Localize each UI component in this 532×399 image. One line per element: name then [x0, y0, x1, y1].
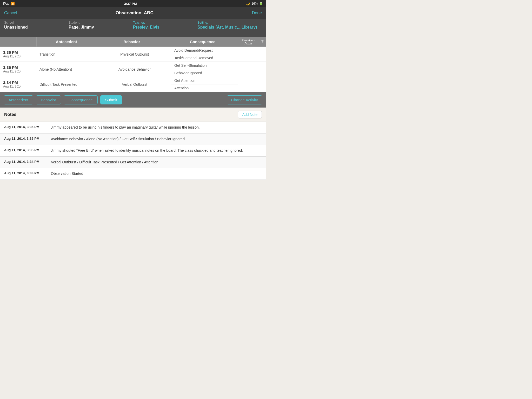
td-antecedent: Transition [36, 47, 98, 62]
note-text: Jimmy shouted "Free Bird" when asked to … [51, 148, 243, 153]
student-label: Student: [69, 21, 133, 24]
note-row: Aug 11, 2014, 3:36 PM Avoidance Behavior… [0, 134, 266, 145]
student-value: Page, Jimmy [69, 25, 133, 30]
done-button[interactable]: Done [252, 11, 262, 15]
note-row: Aug 11, 2014, 3:33 PM Observation Starte… [0, 168, 266, 180]
th-consequence: Consequence [167, 37, 238, 46]
note-date: Aug 11, 2014, 3:35 PM [4, 148, 46, 153]
setting-label: Setting: [197, 21, 262, 24]
td-behavior: Avoidance Behavior [98, 62, 171, 77]
td-antecedent: Alone (No Attention) [36, 62, 98, 77]
teacher-value: Presley, Elvis [133, 25, 197, 30]
th-antecedent: Antecedent [36, 37, 96, 46]
school-label: School: [4, 21, 69, 24]
antecedent-button[interactable]: Antecedent [4, 95, 33, 104]
toolbar: Antecedent Behavior Consequence Submit C… [0, 92, 266, 108]
th-question: ? [259, 37, 266, 46]
consequence-button[interactable]: Consequence [64, 95, 98, 104]
status-right: 🌙 16% 🔋 [246, 2, 263, 5]
td-consequence: Get AttentionAttention [171, 77, 238, 92]
td-behavior: Verbal Outburst [98, 77, 171, 92]
td-behavior: Physical Outburst [98, 47, 171, 62]
th-behavior: Behavior [96, 37, 167, 46]
note-row: Aug 11, 2014, 3:35 PM Jimmy shouted "Fre… [0, 145, 266, 157]
td-time: 3:36 PM Aug 11, 2014 [0, 62, 36, 77]
td-time: 3:36 PM Aug 11, 2014 [0, 47, 36, 62]
note-date: Aug 11, 2014, 3:33 PM [4, 171, 46, 176]
table-row: 3:36 PM Aug 11, 2014 Alone (No Attention… [0, 62, 266, 77]
wifi-icon: 📶 [11, 2, 15, 5]
consequence-item: Avoid Demand/Request [171, 47, 238, 54]
device-label: iPad [3, 2, 9, 5]
school-value: Unassigned [4, 25, 69, 30]
notes-header: Notes Add Note [0, 108, 266, 122]
td-antecedent: Difficult Task Presented [36, 77, 98, 92]
consequence-item: Behavior Ignored [171, 69, 238, 77]
note-row: Aug 11, 2014, 3:36 PM Jimmy appeared to … [0, 122, 266, 134]
notes-section: Notes Add Note Aug 11, 2014, 3:36 PM Jim… [0, 108, 266, 180]
time-value: 3:36 PM [3, 50, 33, 55]
date-value: Aug 11, 2014 [3, 70, 33, 73]
nav-bar: Cancel Observation: ABC Done [0, 7, 266, 19]
table-row: 3:36 PM Aug 11, 2014 Transition Physical… [0, 47, 266, 62]
note-text: Jimmy appeared to be using his fingers t… [51, 125, 200, 130]
td-perceived [238, 77, 266, 92]
note-text: Verbal Outburst / Difficult Task Present… [51, 160, 158, 165]
note-row: Aug 11, 2014, 3:34 PM Verbal Outburst / … [0, 157, 266, 168]
teacher-label: Teacher: [133, 21, 197, 24]
setting-value: Specials (Art, Music,...Library) [197, 25, 262, 30]
add-note-button[interactable]: Add Note [238, 111, 262, 118]
time-value: 3:36 PM [3, 65, 33, 70]
note-text: Observation Started [51, 171, 83, 176]
td-consequence: Get Self-StimulationBehavior Ignored [171, 62, 238, 77]
table-row: 3:34 PM Aug 11, 2014 Difficult Task Pres… [0, 77, 266, 92]
note-date: Aug 11, 2014, 3:36 PM [4, 137, 46, 142]
status-time: 3:37 PM [124, 2, 137, 6]
td-perceived [238, 62, 266, 77]
behavior-button[interactable]: Behavior [36, 95, 61, 104]
note-date: Aug 11, 2014, 3:36 PM [4, 125, 46, 130]
notes-list: Aug 11, 2014, 3:36 PM Jimmy appeared to … [0, 122, 266, 180]
student-section: Student: Page, Jimmy [69, 21, 133, 30]
table-body: 3:36 PM Aug 11, 2014 Transition Physical… [0, 47, 266, 92]
td-time: 3:34 PM Aug 11, 2014 [0, 77, 36, 92]
notes-title: Notes [4, 112, 16, 117]
th-time [0, 37, 36, 46]
consequence-item: Get Attention [171, 77, 238, 84]
note-text: Avoidance Behavior / Alone (No Attention… [51, 137, 185, 142]
cancel-button[interactable]: Cancel [4, 11, 17, 15]
td-perceived [238, 47, 266, 62]
status-left: iPad 📶 [3, 2, 15, 5]
setting-section: Setting: Specials (Art, Music,...Library… [197, 21, 262, 30]
school-section: School: Unassigned [4, 21, 69, 30]
date-value: Aug 11, 2014 [3, 85, 33, 88]
time-value: 3:34 PM [3, 80, 33, 85]
table-header: Antecedent Behavior Consequence Perceive… [0, 37, 266, 47]
moon-icon: 🌙 [246, 2, 250, 5]
submit-button[interactable]: Submit [100, 95, 122, 104]
info-bar: School: Unassigned Student: Page, Jimmy … [0, 19, 266, 37]
consequence-item: Get Self-Stimulation [171, 62, 238, 69]
teacher-section: Teacher: Presley, Elvis [133, 21, 197, 30]
battery-label: 16% [251, 2, 258, 5]
change-activity-button[interactable]: Change Activity [227, 95, 262, 104]
battery-icon: 🔋 [259, 2, 263, 5]
consequence-item: Attention [171, 84, 238, 92]
status-bar: iPad 📶 3:37 PM 🌙 16% 🔋 [0, 0, 266, 7]
td-consequence: Avoid Demand/RequestTask/Demand Removed [171, 47, 238, 62]
consequence-item: Task/Demand Removed [171, 54, 238, 62]
th-perceived: Perceived/ Actual [238, 37, 259, 46]
date-value: Aug 11, 2014 [3, 55, 33, 58]
nav-title: Observation: ABC [116, 10, 154, 16]
note-date: Aug 11, 2014, 3:34 PM [4, 160, 46, 165]
